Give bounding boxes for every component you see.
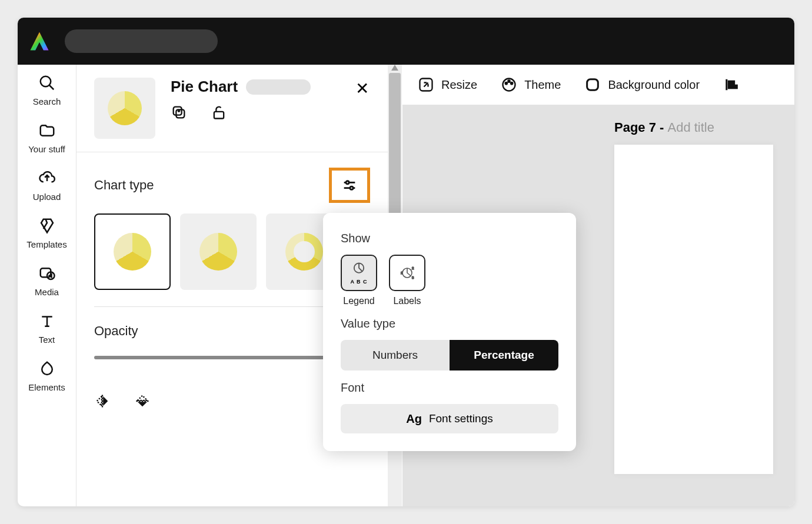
app-window: Search Your stuff Upload Templates Media… — [18, 18, 794, 506]
page-title-placeholder[interactable]: Add title — [667, 120, 714, 135]
adobe-express-logo[interactable] — [28, 30, 51, 52]
rail-text[interactable]: Text — [18, 312, 76, 345]
upload-icon — [38, 169, 56, 187]
donut-icon — [285, 233, 323, 271]
chart-type-pie-labeled[interactable] — [180, 213, 257, 290]
rail-upload[interactable]: Upload — [18, 169, 76, 202]
main-area: Search Your stuff Upload Templates Media… — [18, 65, 794, 506]
selected-chart-thumbnail[interactable] — [94, 78, 155, 139]
value-type-segmented: Numbers Percentage — [341, 340, 558, 371]
palette-icon — [501, 76, 517, 93]
rail-label: Search — [33, 96, 61, 106]
left-rail: Search Your stuff Upload Templates Media… — [18, 65, 76, 506]
rail-search[interactable]: Search — [18, 74, 76, 106]
value-type-label: Value type — [341, 317, 558, 331]
chart-settings-popover: Show A B C Legend 123 Labels Value type — [323, 213, 576, 451]
align-button[interactable] — [723, 76, 740, 93]
value-type-numbers[interactable]: Numbers — [341, 340, 450, 371]
svg-point-10 — [350, 186, 353, 189]
search-icon — [38, 74, 56, 92]
font-ag-icon: Ag — [406, 412, 422, 426]
rail-label: Elements — [28, 382, 65, 392]
sliders-icon — [341, 177, 358, 193]
labels-icon: 123 — [399, 265, 415, 281]
rail-templates[interactable]: Templates — [18, 217, 76, 249]
chart-settings-button[interactable] — [329, 168, 370, 203]
svg-text:3: 3 — [412, 276, 414, 279]
resize-icon — [418, 76, 434, 93]
svg-text:2: 2 — [412, 266, 414, 270]
font-settings-button[interactable]: Ag Font settings — [341, 404, 558, 433]
font-section-label: Font — [341, 381, 558, 395]
flip-vertical-icon[interactable] — [134, 393, 151, 409]
unlock-icon[interactable] — [211, 104, 227, 121]
legend-label: Legend — [343, 296, 374, 306]
svg-point-8 — [346, 181, 349, 184]
rail-label: Media — [35, 287, 59, 297]
media-icon — [38, 265, 56, 282]
pie-icon — [114, 233, 151, 271]
topbar-search-pill[interactable] — [65, 29, 218, 53]
background-color-button[interactable]: Background color — [584, 76, 700, 93]
svg-rect-18 — [728, 81, 734, 84]
chart-type-label: Chart type — [94, 178, 154, 193]
page-label[interactable]: Page 7 - Add title — [614, 120, 794, 135]
svg-point-0 — [40, 76, 51, 87]
theme-button[interactable]: Theme — [501, 76, 561, 93]
value-type-percentage[interactable]: Percentage — [450, 340, 558, 371]
rail-media[interactable]: Media — [18, 265, 76, 297]
svg-rect-6 — [214, 112, 224, 119]
show-labels-toggle[interactable]: 123 — [389, 255, 425, 291]
rail-elements[interactable]: Elements — [18, 360, 76, 392]
opacity-slider[interactable] — [94, 356, 344, 359]
svg-rect-19 — [728, 85, 737, 88]
resize-button[interactable]: Resize — [418, 76, 477, 93]
svg-point-13 — [505, 82, 507, 84]
chart-type-pie[interactable] — [94, 213, 171, 290]
rail-label: Templates — [26, 239, 66, 249]
align-icon — [723, 76, 740, 93]
title-extra-pill — [246, 79, 311, 95]
close-panel-button[interactable]: ✕ — [352, 78, 372, 99]
opacity-label: Opacity — [94, 323, 138, 338]
rail-label: Your stuff — [28, 144, 65, 154]
panel-header: Pie Chart ✕ — [76, 65, 388, 152]
rail-label: Text — [39, 335, 55, 345]
canvas-toolbar: Resize Theme Background color — [402, 65, 794, 105]
templates-icon — [38, 217, 56, 235]
svg-point-15 — [511, 82, 513, 84]
show-legend-toggle[interactable]: A B C — [341, 255, 377, 291]
text-icon — [38, 312, 56, 330]
duplicate-icon[interactable] — [171, 104, 187, 121]
svg-rect-16 — [587, 79, 598, 91]
rail-your-stuff[interactable]: Your stuff — [18, 122, 76, 154]
flip-horizontal-icon[interactable] — [94, 393, 111, 409]
panel-title: Pie Chart — [171, 78, 238, 96]
folder-icon — [38, 122, 56, 139]
svg-line-1 — [49, 85, 54, 90]
show-section-label: Show — [341, 232, 558, 245]
labels-label: Labels — [393, 296, 421, 306]
svg-rect-5 — [174, 107, 182, 115]
svg-point-14 — [508, 81, 510, 82]
elements-icon — [38, 360, 56, 378]
pie-preview-icon — [108, 91, 142, 125]
topbar — [18, 18, 794, 65]
svg-rect-4 — [176, 109, 184, 118]
pie-labeled-icon — [199, 233, 237, 271]
canvas-page[interactable] — [614, 145, 773, 474]
legend-icon — [351, 261, 367, 278]
square-icon — [584, 76, 601, 93]
rail-label: Upload — [33, 192, 61, 202]
